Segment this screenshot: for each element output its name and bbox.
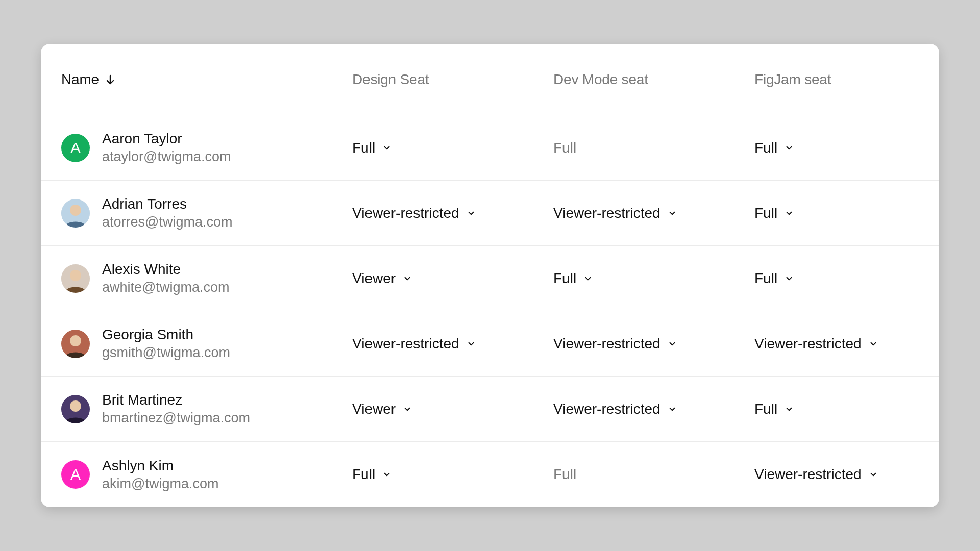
seat-value: Full: [553, 270, 576, 287]
column-header-name-label: Name: [61, 71, 99, 88]
seat-value: Viewer: [352, 270, 396, 287]
user-email: awhite@twigma.com: [102, 279, 230, 296]
chevron-down-icon: [668, 209, 677, 218]
seat-select-dev[interactable]: Viewer-restricted: [553, 205, 677, 221]
seat-select-figjam[interactable]: Viewer-restricted: [754, 336, 878, 352]
seat-select-figjam[interactable]: Full: [754, 401, 794, 417]
user-email: akim@twigma.com: [102, 475, 218, 493]
avatar: [61, 199, 90, 228]
seat-value: Viewer-restricted: [352, 205, 459, 221]
table-row: Alexis Whiteawhite@twigma.comViewerFullF…: [41, 246, 939, 311]
user-email: atorres@twigma.com: [102, 214, 232, 231]
sort-descending-icon: [104, 73, 116, 86]
column-header-figjam[interactable]: FigJam seat: [754, 71, 919, 88]
seat-value: Viewer-restricted: [553, 205, 660, 221]
user-name: Georgia Smith: [102, 325, 230, 343]
seat-value: Viewer-restricted: [352, 336, 459, 352]
chevron-down-icon: [382, 143, 391, 153]
table-row: Brit Martinezbmartinez@twigma.comViewerV…: [41, 377, 939, 442]
seat-select-figjam[interactable]: Full: [754, 205, 794, 221]
seat-select-design[interactable]: Viewer-restricted: [352, 336, 476, 352]
user-email: gsmith@twigma.com: [102, 344, 230, 362]
seat-value: Full: [352, 140, 375, 156]
user-name: Adrian Torres: [102, 195, 232, 213]
user-cell[interactable]: Brit Martinezbmartinez@twigma.com: [61, 391, 352, 427]
avatar: [61, 395, 90, 423]
seat-value: Full: [754, 205, 777, 221]
user-email: ataylor@twigma.com: [102, 148, 231, 166]
user-cell[interactable]: Adrian Torresatorres@twigma.com: [61, 195, 352, 231]
chevron-down-icon: [583, 274, 593, 283]
seat-value: Viewer-restricted: [553, 401, 660, 417]
seat-select-design[interactable]: Full: [352, 140, 391, 156]
avatar: [61, 264, 90, 293]
seat-select-dev[interactable]: Full: [553, 270, 593, 287]
user-name: Alexis White: [102, 260, 230, 278]
svg-point-3: [70, 270, 81, 281]
user-cell[interactable]: Alexis Whiteawhite@twigma.com: [61, 260, 352, 296]
user-email: bmartinez@twigma.com: [102, 410, 250, 427]
members-table: Name Design Seat Dev Mode seat FigJam se…: [41, 44, 939, 507]
seat-select-dev: Full: [553, 466, 576, 483]
table-body: AAaron Taylorataylor@twigma.comFullFullF…: [41, 115, 939, 507]
chevron-down-icon: [785, 274, 794, 283]
seat-value: Full: [352, 466, 375, 483]
chevron-down-icon: [403, 274, 412, 283]
column-header-name[interactable]: Name: [61, 71, 352, 88]
column-header-design[interactable]: Design Seat: [352, 71, 553, 88]
seat-select-design[interactable]: Viewer-restricted: [352, 205, 476, 221]
table-row: AAshlyn Kimakim@twigma.comFullFullViewer…: [41, 442, 939, 507]
seat-value: Full: [754, 140, 777, 156]
seat-value: Full: [553, 140, 576, 156]
chevron-down-icon: [467, 339, 476, 348]
chevron-down-icon: [467, 209, 476, 218]
column-header-dev[interactable]: Dev Mode seat: [553, 71, 754, 88]
svg-point-1: [70, 205, 81, 216]
chevron-down-icon: [403, 405, 412, 414]
user-name: Aaron Taylor: [102, 130, 231, 147]
chevron-down-icon: [785, 209, 794, 218]
avatar: A: [61, 460, 90, 489]
avatar: [61, 330, 90, 358]
user-cell[interactable]: Georgia Smithgsmith@twigma.com: [61, 325, 352, 362]
chevron-down-icon: [869, 470, 878, 479]
seat-select-design[interactable]: Viewer: [352, 270, 412, 287]
table-header: Name Design Seat Dev Mode seat FigJam se…: [41, 44, 939, 115]
seat-value: Viewer-restricted: [553, 336, 660, 352]
svg-point-5: [70, 335, 81, 346]
seat-select-figjam[interactable]: Full: [754, 270, 794, 287]
user-name: Brit Martinez: [102, 391, 250, 409]
chevron-down-icon: [668, 339, 677, 348]
seat-select-dev[interactable]: Viewer-restricted: [553, 401, 677, 417]
seat-value: Viewer-restricted: [754, 336, 862, 352]
seat-select-dev[interactable]: Viewer-restricted: [553, 336, 677, 352]
chevron-down-icon: [785, 405, 794, 414]
seat-value: Full: [553, 466, 576, 483]
svg-point-7: [70, 400, 81, 412]
seat-value: Viewer: [352, 401, 396, 417]
table-row: Adrian Torresatorres@twigma.comViewer-re…: [41, 181, 939, 246]
user-cell[interactable]: AAaron Taylorataylor@twigma.com: [61, 130, 352, 166]
chevron-down-icon: [869, 339, 878, 348]
seat-select-design[interactable]: Full: [352, 466, 391, 483]
user-name: Ashlyn Kim: [102, 457, 218, 474]
table-row: Georgia Smithgsmith@twigma.comViewer-res…: [41, 311, 939, 377]
seat-select-dev: Full: [553, 140, 576, 156]
user-cell[interactable]: AAshlyn Kimakim@twigma.com: [61, 457, 352, 493]
seat-value: Full: [754, 270, 777, 287]
seat-select-design[interactable]: Viewer: [352, 401, 412, 417]
table-row: AAaron Taylorataylor@twigma.comFullFullF…: [41, 115, 939, 181]
chevron-down-icon: [785, 143, 794, 153]
chevron-down-icon: [668, 405, 677, 414]
chevron-down-icon: [382, 470, 391, 479]
avatar: A: [61, 134, 90, 162]
seat-select-figjam[interactable]: Viewer-restricted: [754, 466, 878, 483]
seat-value: Viewer-restricted: [754, 466, 862, 483]
seat-select-figjam[interactable]: Full: [754, 140, 794, 156]
seat-value: Full: [754, 401, 777, 417]
